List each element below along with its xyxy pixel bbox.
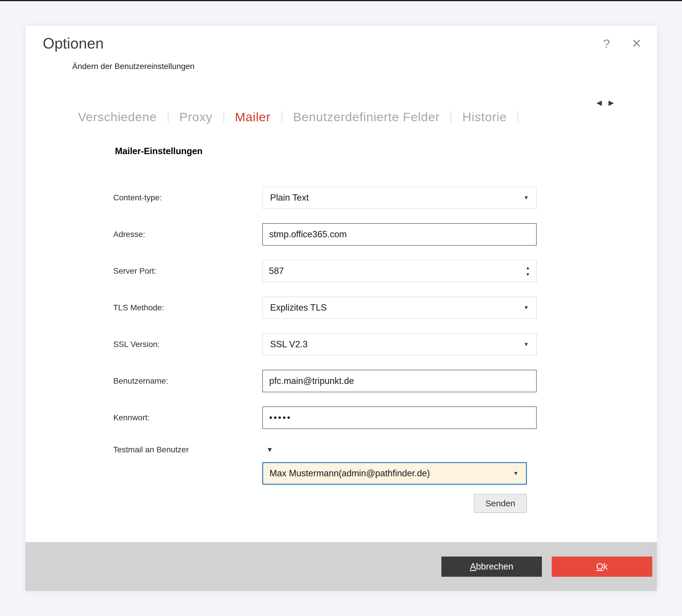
- close-icon[interactable]: ✕: [632, 37, 641, 50]
- options-dialog: Optionen Ändern der Benutzereinstellunge…: [25, 26, 657, 591]
- server-port-label: Server Port:: [113, 266, 262, 276]
- spin-up-icon[interactable]: ▲: [525, 265, 530, 270]
- content-type-label: Content-type:: [113, 193, 262, 203]
- testmail-recipient-combo[interactable]: Max Mustermann(admin@pathfinder.de) ▼: [262, 462, 527, 485]
- dialog-footer: Abbrechen Ok: [25, 542, 657, 591]
- tab-verschiedene[interactable]: Verschiedene: [78, 110, 157, 124]
- tab-historie[interactable]: Historie: [462, 110, 507, 124]
- ok-button-label: Ok: [596, 562, 608, 572]
- testmail-row: Testmail an Benutzer ▼: [113, 443, 538, 456]
- tab-mailer[interactable]: Mailer: [235, 110, 271, 124]
- tls-methode-dropdown[interactable]: Explizites TLS ▼: [262, 297, 537, 319]
- content-type-row: Content-type: Plain Text ▼: [113, 187, 538, 209]
- chevron-down-icon: ▼: [513, 470, 519, 477]
- tab-separator: [451, 112, 451, 122]
- adresse-row: Adresse:: [113, 223, 538, 246]
- tab-scroll-left-icon[interactable]: ◀: [596, 99, 602, 107]
- spin-down-icon[interactable]: ▼: [525, 272, 530, 277]
- tab-separator: [282, 112, 282, 122]
- tls-methode-row: TLS Methode: Explizites TLS ▼: [113, 297, 538, 319]
- server-port-input[interactable]: [269, 261, 512, 281]
- content-type-dropdown[interactable]: Plain Text ▼: [262, 187, 537, 209]
- server-port-spinner: ▲ ▼: [262, 260, 537, 282]
- tls-methode-label: TLS Methode:: [113, 303, 262, 312]
- senden-row: Senden: [262, 494, 527, 513]
- senden-button[interactable]: Senden: [474, 494, 527, 513]
- kennwort-input[interactable]: [262, 406, 537, 429]
- tab-bar: Verschiedene Proxy Mailer Benutzerdefini…: [78, 107, 656, 127]
- adresse-label: Adresse:: [113, 230, 262, 239]
- ok-button[interactable]: Ok: [552, 556, 652, 577]
- tls-methode-value: Explizites TLS: [270, 303, 327, 313]
- ssl-version-label: SSL Version:: [113, 340, 262, 349]
- dialog-subtitle: Ändern der Benutzereinstellungen: [72, 62, 195, 71]
- chevron-down-icon: ▼: [523, 194, 529, 201]
- dialog-title: Optionen: [43, 34, 104, 52]
- benutzername-row: Benutzername:: [113, 370, 538, 392]
- abbrechen-button[interactable]: Abbrechen: [441, 556, 542, 577]
- kennwort-label: Kennwort:: [113, 413, 262, 422]
- tab-separator: [168, 112, 168, 122]
- tab-separator: [518, 112, 518, 122]
- testmail-recipient-value: Max Mustermann(admin@pathfinder.de): [270, 468, 430, 479]
- top-edge-strip: [0, 0, 682, 1]
- testmail-label: Testmail an Benutzer: [113, 445, 262, 454]
- adresse-input[interactable]: [262, 223, 537, 246]
- tab-proxy[interactable]: Proxy: [179, 110, 212, 124]
- tab-benutzerdefinierte-felder[interactable]: Benutzerdefinierte Felder: [293, 110, 440, 124]
- ssl-version-value: SSL V2.3: [270, 339, 308, 350]
- chevron-down-icon: ▼: [523, 305, 529, 311]
- kennwort-row: Kennwort:: [113, 406, 538, 429]
- testmail-dropdown-toggle-icon[interactable]: ▼: [266, 446, 273, 454]
- help-icon[interactable]: ?: [603, 37, 610, 51]
- tab-scroll-arrows: ◀ ▶: [596, 99, 614, 107]
- ssl-version-row: SSL Version: SSL V2.3 ▼: [113, 333, 538, 356]
- chevron-down-icon: ▼: [523, 341, 529, 348]
- tab-scroll-right-icon[interactable]: ▶: [608, 99, 614, 107]
- abbrechen-button-label: Abbrechen: [470, 562, 513, 572]
- benutzername-label: Benutzername:: [113, 376, 262, 386]
- ssl-version-dropdown[interactable]: SSL V2.3 ▼: [262, 333, 537, 355]
- section-heading: Mailer-Einstellungen: [115, 146, 203, 157]
- mailer-settings-form: Content-type: Plain Text ▼ Adresse: Serv…: [113, 187, 538, 513]
- senden-button-label: Senden: [485, 499, 515, 508]
- server-port-row: Server Port: ▲ ▼: [113, 260, 538, 282]
- content-type-value: Plain Text: [270, 192, 309, 203]
- benutzername-input[interactable]: [262, 370, 537, 392]
- spinner-arrows: ▲ ▼: [525, 265, 530, 277]
- tab-separator: [224, 112, 224, 122]
